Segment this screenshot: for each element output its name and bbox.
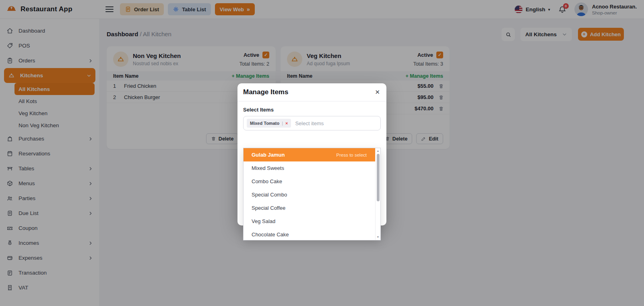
- modal-title: Manage Items: [243, 88, 288, 96]
- chip-label: Mixed Tomato: [250, 121, 279, 126]
- dropdown-option[interactable]: Special Coffee: [244, 201, 380, 215]
- scroll-up-icon[interactable]: ▲: [377, 149, 380, 153]
- dropdown-option[interactable]: Veg Salad: [244, 215, 380, 228]
- dropdown-scrollbar[interactable]: ▲ ▼: [375, 148, 380, 240]
- manage-items-modal: Manage Items ✕ Select Items Mixed Tomato…: [237, 83, 386, 225]
- dropdown-option[interactable]: Chocolate Cake: [244, 228, 380, 240]
- close-icon[interactable]: ✕: [375, 89, 380, 96]
- dropdown-option[interactable]: Special Combo: [244, 188, 380, 201]
- items-multiselect-input[interactable]: Mixed Tomato | × Select items: [243, 116, 381, 130]
- dropdown-option[interactable]: Mixed Sweets: [244, 161, 380, 175]
- items-dropdown: Gulab Jamun Press to select Mixed Sweets…: [243, 148, 381, 240]
- chip-remove-icon[interactable]: ×: [285, 121, 288, 126]
- scrollbar-thumb[interactable]: [377, 154, 380, 201]
- selected-chip: Mixed Tomato | ×: [247, 119, 291, 128]
- scroll-down-icon[interactable]: ▼: [377, 236, 380, 239]
- chip-separator: |: [282, 121, 283, 126]
- dropdown-option[interactable]: Gulab Jamun Press to select: [244, 148, 380, 161]
- dropdown-option[interactable]: Combo Cake: [244, 175, 380, 188]
- press-to-select-hint: Press to select: [336, 153, 372, 157]
- select-items-label: Select Items: [243, 107, 381, 113]
- select-placeholder: Select items: [295, 120, 324, 126]
